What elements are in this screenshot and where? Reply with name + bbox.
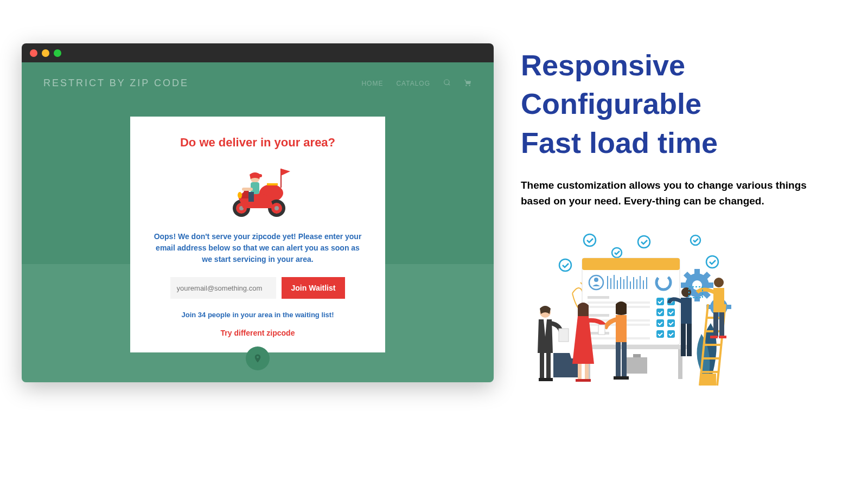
zipcode-modal: Do we deliver in your area? xyxy=(130,117,385,352)
svg-rect-98 xyxy=(583,379,591,382)
heading-configurable: Configurable xyxy=(521,85,814,123)
location-pin-button[interactable] xyxy=(246,346,270,370)
svg-point-20 xyxy=(612,248,622,258)
join-waitlist-button[interactable]: Join Waitlist xyxy=(282,277,346,299)
page-content: RESTRICT BY ZIP CODE HOME CATALOG Do we … xyxy=(22,62,494,382)
svg-point-21 xyxy=(638,236,650,248)
svg-rect-104 xyxy=(614,376,621,380)
nav-links: HOME CATALOG xyxy=(361,79,472,88)
svg-rect-89 xyxy=(540,353,544,379)
svg-line-1 xyxy=(449,84,450,86)
marketing-headings: Responsive Configurable Fast load time xyxy=(521,46,814,162)
heading-responsive: Responsive xyxy=(521,46,814,85)
email-field[interactable] xyxy=(170,277,276,299)
svg-point-17 xyxy=(238,192,242,198)
svg-point-0 xyxy=(444,80,449,85)
svg-rect-91 xyxy=(539,378,546,381)
svg-rect-27 xyxy=(694,296,700,301)
svg-rect-26 xyxy=(694,269,700,274)
svg-rect-110 xyxy=(687,324,692,356)
svg-rect-66 xyxy=(656,298,664,305)
svg-rect-69 xyxy=(656,330,664,338)
svg-rect-114 xyxy=(719,312,724,337)
svg-rect-29 xyxy=(708,282,713,288)
svg-point-107 xyxy=(681,287,691,297)
nav-link-home[interactable]: HOME xyxy=(361,80,383,87)
svg-rect-79 xyxy=(700,374,716,386)
svg-rect-115 xyxy=(710,336,718,338)
maximize-icon[interactable] xyxy=(54,49,61,57)
cart-icon[interactable] xyxy=(464,79,472,88)
svg-rect-28 xyxy=(681,282,686,288)
svg-rect-106 xyxy=(598,325,605,335)
svg-rect-97 xyxy=(576,379,583,382)
svg-point-43 xyxy=(594,278,598,282)
svg-rect-112 xyxy=(713,288,724,312)
waitlist-form: Join Waitlist xyxy=(146,277,369,299)
svg-rect-108 xyxy=(681,298,692,324)
svg-point-13 xyxy=(259,174,262,177)
svg-rect-72 xyxy=(667,319,675,327)
svg-point-11 xyxy=(275,206,279,210)
delivery-scooter-icon xyxy=(217,160,298,220)
svg-rect-71 xyxy=(667,309,675,316)
waitlist-count-text: Join 34 people in your area in the waiti… xyxy=(146,311,369,319)
close-icon[interactable] xyxy=(30,49,37,57)
svg-rect-101 xyxy=(616,315,627,342)
svg-rect-90 xyxy=(546,353,551,379)
svg-rect-78 xyxy=(633,354,641,357)
svg-rect-74 xyxy=(580,345,689,349)
svg-point-22 xyxy=(691,235,700,245)
browser-title-bar xyxy=(22,43,494,62)
marketing-description: Theme customization allows you to change… xyxy=(521,177,814,209)
site-title: RESTRICT BY ZIP CODE xyxy=(43,78,189,89)
svg-rect-73 xyxy=(667,330,675,338)
svg-rect-67 xyxy=(656,309,664,316)
modal-title: Do we deliver in your area? xyxy=(146,136,369,150)
modal-message: Oops! We don't serve your zipcode yet! P… xyxy=(146,231,369,265)
site-nav: RESTRICT BY ZIP CODE HOME CATALOG xyxy=(22,62,494,89)
customization-illustration xyxy=(529,228,735,388)
svg-rect-61 xyxy=(588,314,609,317)
svg-marker-3 xyxy=(281,169,290,176)
svg-rect-68 xyxy=(656,319,664,327)
svg-rect-92 xyxy=(545,378,553,381)
marketing-panel: Responsive Configurable Fast load time T… xyxy=(521,43,814,388)
svg-rect-96 xyxy=(585,364,589,380)
svg-rect-105 xyxy=(621,376,629,380)
svg-point-19 xyxy=(584,234,596,246)
browser-window: RESTRICT BY ZIP CODE HOME CATALOG Do we … xyxy=(22,43,494,382)
nav-link-catalog[interactable]: CATALOG xyxy=(396,80,430,87)
svg-rect-39 xyxy=(727,305,731,309)
svg-rect-16 xyxy=(242,188,253,191)
svg-rect-5 xyxy=(267,183,278,185)
svg-rect-109 xyxy=(681,324,686,356)
svg-rect-113 xyxy=(713,312,718,337)
search-icon[interactable] xyxy=(443,79,451,88)
minimize-icon[interactable] xyxy=(42,49,49,57)
svg-rect-77 xyxy=(627,357,647,374)
svg-rect-15 xyxy=(248,192,254,202)
svg-rect-102 xyxy=(616,342,621,377)
svg-point-18 xyxy=(559,259,571,271)
svg-point-111 xyxy=(714,278,724,287)
svg-rect-93 xyxy=(559,329,569,342)
heading-fast-load: Fast load time xyxy=(521,124,814,162)
svg-rect-116 xyxy=(719,336,726,338)
svg-rect-103 xyxy=(622,342,627,377)
svg-rect-41 xyxy=(582,258,680,270)
svg-point-23 xyxy=(706,256,718,268)
svg-rect-58 xyxy=(588,296,609,299)
svg-rect-95 xyxy=(578,364,582,380)
try-different-zipcode-link[interactable]: Try different zipcode xyxy=(146,329,369,337)
